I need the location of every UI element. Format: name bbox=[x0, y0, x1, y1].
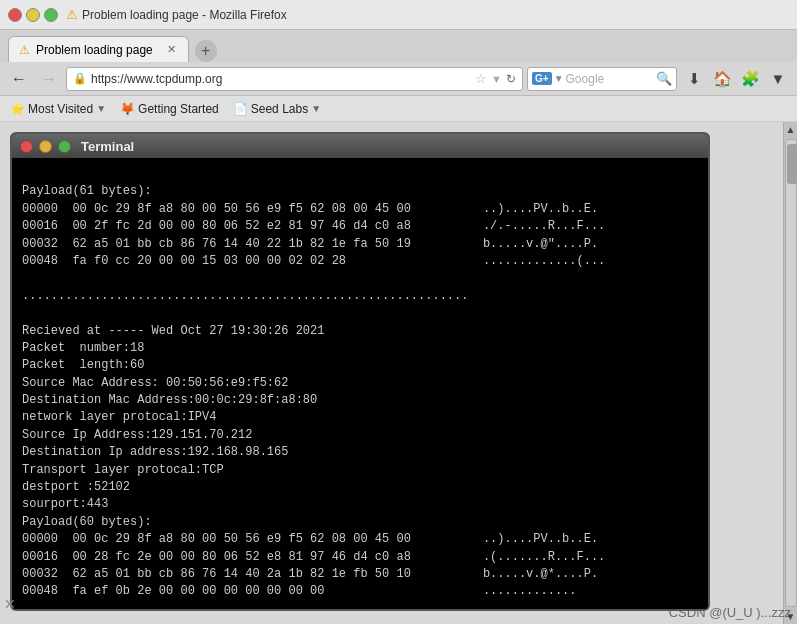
extensions-button[interactable]: 🧩 bbox=[737, 66, 763, 92]
nav-action-buttons: ⬇ 🏠 🧩 ▼ bbox=[681, 66, 791, 92]
address-bar[interactable]: 🔒 https://www.tcpdump.org ☆ ▼ ↻ bbox=[66, 67, 523, 91]
search-icon[interactable]: 🔍 bbox=[656, 71, 672, 86]
tab-bar: ⚠ Problem loading page ✕ + bbox=[0, 30, 797, 62]
nav-bar: ← → 🔒 https://www.tcpdump.org ☆ ▼ ↻ G+ ▼… bbox=[0, 62, 797, 96]
terminal-text: Payload(61 bytes): 00000 00 0c 29 8f a8 … bbox=[22, 184, 613, 598]
back-button[interactable]: ← bbox=[6, 66, 32, 92]
seed-labs-arrow-icon: ▼ bbox=[311, 103, 321, 114]
terminal-window: Terminal Payload(61 bytes): 00000 00 0c … bbox=[10, 132, 710, 611]
getting-started-label: Getting Started bbox=[138, 102, 219, 116]
window-min-btn[interactable] bbox=[26, 8, 40, 22]
forward-button[interactable]: → bbox=[36, 66, 62, 92]
most-visited-icon: ⭐ bbox=[10, 102, 25, 116]
search-dropdown-icon[interactable]: ▼ bbox=[554, 73, 564, 84]
window-close-btn[interactable] bbox=[8, 8, 22, 22]
window-controls bbox=[8, 8, 58, 22]
scroll-up-arrow[interactable]: ▲ bbox=[786, 124, 796, 135]
most-visited-label: Most Visited bbox=[28, 102, 93, 116]
terminal-max-btn[interactable] bbox=[58, 140, 71, 153]
search-placeholder: Google bbox=[566, 72, 654, 86]
address-lock-icon: 🔒 bbox=[73, 72, 87, 85]
bookmark-most-visited[interactable]: ⭐ Most Visited ▼ bbox=[4, 100, 112, 118]
terminal-title: Terminal bbox=[81, 139, 134, 154]
home-button[interactable]: 🏠 bbox=[709, 66, 735, 92]
active-tab[interactable]: ⚠ Problem loading page ✕ bbox=[8, 36, 189, 62]
title-bar: ⚠ Problem loading page - Mozilla Firefox bbox=[0, 0, 797, 30]
tab-warning-icon: ⚠ bbox=[19, 43, 30, 57]
scrollbar[interactable]: ▲ ▼ bbox=[783, 122, 797, 624]
download-button[interactable]: ⬇ bbox=[681, 66, 707, 92]
bottom-close-button[interactable]: ✕ bbox=[4, 596, 16, 612]
seed-labs-icon: 📄 bbox=[233, 102, 248, 116]
address-star-icon[interactable]: ☆ bbox=[475, 71, 487, 86]
main-area: Terminal Payload(61 bytes): 00000 00 0c … bbox=[0, 122, 797, 624]
most-visited-arrow-icon: ▼ bbox=[96, 103, 106, 114]
warning-icon: ⚠ bbox=[66, 7, 78, 22]
bookmarks-bar: ⭐ Most Visited ▼ 🦊 Getting Started 📄 See… bbox=[0, 96, 797, 122]
tab-label: Problem loading page bbox=[36, 43, 153, 57]
terminal-close-btn[interactable] bbox=[20, 140, 33, 153]
scroll-thumb[interactable] bbox=[787, 144, 797, 184]
address-refresh-icon[interactable]: ↻ bbox=[506, 72, 516, 86]
new-tab-button[interactable]: + bbox=[195, 40, 217, 62]
tab-close-icon[interactable]: ✕ bbox=[167, 43, 176, 56]
menu-button[interactable]: ▼ bbox=[765, 66, 791, 92]
scroll-track[interactable] bbox=[785, 139, 797, 607]
bookmark-seed-labs[interactable]: 📄 Seed Labs ▼ bbox=[227, 100, 327, 118]
terminal-min-btn[interactable] bbox=[39, 140, 52, 153]
page-content: Terminal Payload(61 bytes): 00000 00 0c … bbox=[0, 122, 783, 624]
address-url: https://www.tcpdump.org bbox=[91, 72, 471, 86]
window-max-btn[interactable] bbox=[44, 8, 58, 22]
search-bar[interactable]: G+ ▼ Google 🔍 bbox=[527, 67, 677, 91]
terminal-title-bar: Terminal bbox=[12, 134, 708, 158]
bookmark-getting-started[interactable]: 🦊 Getting Started bbox=[114, 100, 225, 118]
seed-labs-label: Seed Labs bbox=[251, 102, 308, 116]
google-logo: G+ bbox=[532, 72, 552, 85]
page-title: Problem loading page - Mozilla Firefox bbox=[82, 8, 287, 22]
getting-started-icon: 🦊 bbox=[120, 102, 135, 116]
address-dropdown-icon[interactable]: ▼ bbox=[491, 73, 502, 85]
terminal-content: Payload(61 bytes): 00000 00 0c 29 8f a8 … bbox=[12, 158, 708, 609]
